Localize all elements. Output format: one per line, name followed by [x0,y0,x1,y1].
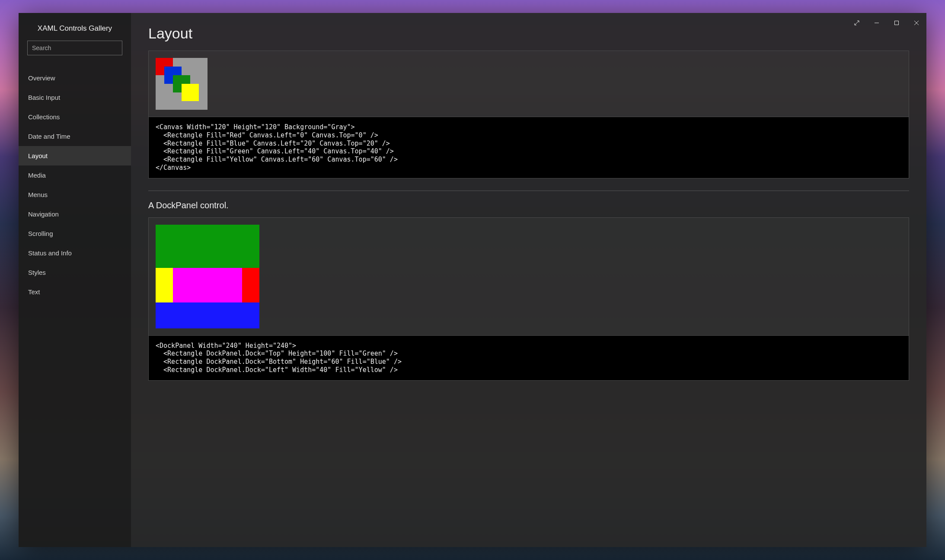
dock-rect-left-yellow [156,268,173,302]
nav-item-media[interactable]: Media [19,165,131,185]
dockpanel-example-card [148,217,909,336]
nav-item-styles[interactable]: Styles [19,263,131,282]
nav-item-date-and-time[interactable]: Date and Time [19,127,131,146]
nav-item-basic-input[interactable]: Basic Input [19,88,131,107]
nav-list: Overview Basic Input Collections Date an… [19,64,131,302]
nav-item-status-and-info[interactable]: Status and Info [19,243,131,263]
canvas-rect-yellow [182,84,199,101]
nav-item-overview[interactable]: Overview [19,68,131,88]
app-title: XAML Controls Gallery [19,21,131,41]
dockpanel-heading: A DockPanel control. [148,200,909,210]
page-title: Layout [148,25,909,42]
canvas-example-card [148,51,909,117]
app-window: XAML Controls Gallery Overview Basic Inp… [19,13,926,547]
canvas-code-block[interactable]: <Canvas Width="120" Height="120" Backgro… [148,117,909,178]
minimize-button[interactable] [867,13,887,33]
dock-rect-right-red [242,268,259,302]
search-input[interactable] [27,41,122,55]
dockpanel-demo [156,225,259,328]
section-separator [148,191,909,191]
nav-item-menus[interactable]: Menus [19,185,131,204]
dock-rect-fill-magenta [173,268,242,302]
dockpanel-code-block[interactable]: <DockPanel Width="240" Height="240"> <Re… [148,336,909,381]
nav-item-navigation[interactable]: Navigation [19,204,131,224]
canvas-demo [156,58,208,110]
expand-button[interactable] [847,13,867,33]
window-body: XAML Controls Gallery Overview Basic Inp… [19,13,926,547]
svg-rect-0 [895,21,899,25]
nav-item-collections[interactable]: Collections [19,107,131,127]
sidebar: XAML Controls Gallery Overview Basic Inp… [19,13,131,547]
maximize-button[interactable] [887,13,907,33]
nav-item-layout[interactable]: Layout [19,146,131,165]
main-content[interactable]: Layout <Canvas Width="120" Height="120" … [131,13,926,547]
nav-item-text[interactable]: Text [19,282,131,302]
desktop: XAML Controls Gallery Overview Basic Inp… [0,0,945,560]
dock-mid-row [156,268,259,302]
search-container [19,41,131,64]
nav-item-scrolling[interactable]: Scrolling [19,224,131,243]
dock-rect-top-green [156,225,259,268]
dock-rect-bottom-blue [156,302,259,328]
close-button[interactable] [907,13,926,33]
window-titlebar [847,13,926,33]
